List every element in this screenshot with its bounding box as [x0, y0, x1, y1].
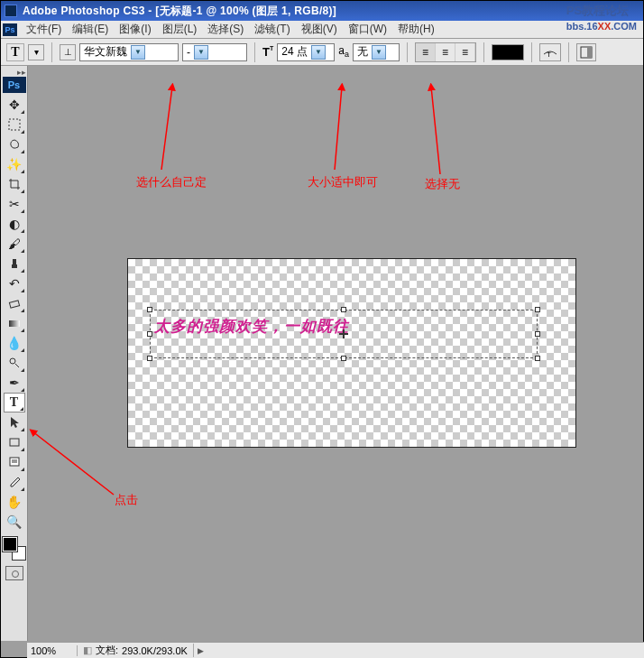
- svg-point-8: [10, 358, 15, 364]
- pen-tool[interactable]: ✒: [4, 373, 25, 393]
- info-dropdown-icon[interactable]: ▶: [194, 646, 207, 655]
- menu-file[interactable]: 文件(F): [21, 20, 67, 39]
- notes-tool[interactable]: [4, 452, 25, 472]
- info-icon: ◧: [83, 644, 92, 656]
- tools-panel: ▸▸ Ps ✥ ✨ ✂ ◐ 🖌 ↶ 💧 ✒ T ✋ 🔍: [1, 66, 28, 641]
- menu-help[interactable]: 帮助(H): [392, 20, 440, 39]
- svg-rect-10: [10, 439, 19, 446]
- workspace: ▸▸ Ps ✥ ✨ ✂ ◐ 🖌 ↶ 💧 ✒ T ✋ 🔍 太多的强颜欢笑: [1, 66, 643, 641]
- svg-rect-2: [587, 47, 592, 58]
- text-bounding-box[interactable]: 太多的强颜欢笑，一如既往: [150, 310, 538, 358]
- resize-handle[interactable]: [341, 307, 346, 312]
- svg-rect-3: [9, 119, 20, 130]
- title-bar: Adobe Photoshop CS3 - [无标题-1 @ 100% (图层 …: [1, 1, 643, 21]
- color-swatches[interactable]: [3, 537, 26, 561]
- document-canvas[interactable]: 太多的强颜欢笑，一如既往: [127, 258, 576, 448]
- resize-handle[interactable]: [535, 356, 540, 361]
- font-size-icon: TT: [262, 45, 273, 59]
- window-title: Adobe Photoshop CS3 - [无标题-1 @ 100% (图层 …: [23, 4, 336, 19]
- wand-tool[interactable]: ✨: [4, 154, 25, 174]
- align-left-button[interactable]: ≡: [416, 43, 436, 61]
- font-family-dropdown[interactable]: 华文新魏 ▼: [79, 43, 179, 61]
- move-tool[interactable]: ✥: [4, 95, 25, 115]
- font-size-value: 24 点: [281, 44, 308, 60]
- align-center-button[interactable]: ≡: [436, 43, 455, 61]
- lasso-tool[interactable]: [4, 134, 25, 154]
- antialias-icon: aa: [338, 44, 349, 59]
- antialias-dropdown[interactable]: 无 ▼: [353, 43, 400, 61]
- marquee-tool[interactable]: [4, 115, 25, 134]
- panel-arrow-icon[interactable]: ▸▸: [17, 68, 26, 77]
- ps-logo-icon: Ps: [3, 23, 17, 36]
- svg-line-17: [32, 431, 114, 495]
- chevron-down-icon: ▼: [131, 45, 145, 60]
- crop-tool[interactable]: [4, 174, 25, 194]
- brush-tool[interactable]: 🖌: [4, 234, 25, 254]
- warp-text-button[interactable]: T: [539, 43, 561, 61]
- healing-tool[interactable]: ◐: [4, 214, 25, 234]
- character-panel-button[interactable]: [576, 43, 596, 61]
- font-style-dropdown[interactable]: - ▼: [182, 43, 247, 61]
- eyedropper-tool[interactable]: [4, 472, 25, 492]
- svg-line-9: [15, 364, 19, 367]
- zoom-tool[interactable]: 🔍: [4, 512, 25, 532]
- path-select-tool[interactable]: [4, 412, 25, 432]
- align-right-button[interactable]: ≡: [455, 43, 475, 61]
- menu-window[interactable]: 窗口(W): [343, 20, 392, 39]
- resize-handle[interactable]: [147, 307, 152, 312]
- chevron-down-icon: ▼: [372, 45, 386, 60]
- font-style-value: -: [187, 46, 190, 59]
- center-point-icon: [340, 330, 347, 338]
- dodge-tool[interactable]: [4, 353, 25, 373]
- menu-edit[interactable]: 编辑(E): [67, 20, 114, 39]
- panel-icon: [580, 46, 593, 59]
- svg-text:T: T: [547, 51, 551, 58]
- status-bar: 100% ◧ 文档:293.0K/293.0K ▶: [27, 642, 644, 658]
- zoom-level[interactable]: 100%: [27, 645, 78, 656]
- orientation-button[interactable]: ⊥: [60, 44, 76, 60]
- hand-tool[interactable]: ✋: [4, 492, 25, 512]
- svg-rect-7: [9, 320, 20, 327]
- menu-select[interactable]: 选择(S): [202, 20, 249, 39]
- quick-mask-button[interactable]: [5, 566, 23, 580]
- options-bar: T ▾ ⊥ 华文新魏 ▼ - ▼ TT 24 点 ▼ aa 无 ▼ ≡ ≡ ≡ …: [1, 39, 643, 66]
- svg-line-14: [161, 87, 172, 170]
- resize-handle[interactable]: [535, 307, 540, 312]
- blur-tool[interactable]: 💧: [4, 333, 25, 353]
- shape-tool[interactable]: [4, 432, 25, 452]
- font-family-value: 华文新魏: [84, 44, 127, 60]
- watermark: PS教程论坛 bbs.16XX.COM: [566, 3, 637, 32]
- menu-image[interactable]: 图像(I): [114, 20, 156, 39]
- resize-handle[interactable]: [147, 356, 152, 361]
- slice-tool[interactable]: ✂: [4, 194, 25, 214]
- font-size-dropdown[interactable]: 24 点 ▼: [277, 43, 335, 61]
- menu-bar: Ps 文件(F) 编辑(E) 图像(I) 图层(L) 选择(S) 滤镜(T) 视…: [1, 21, 643, 39]
- resize-handle[interactable]: [535, 331, 540, 337]
- antialias-value: 无: [357, 44, 368, 60]
- menu-filter[interactable]: 滤镜(T): [249, 20, 295, 39]
- canvas-area[interactable]: 太多的强颜欢笑，一如既往 选什么自己定 大小适中即可 选择无: [28, 66, 643, 641]
- menu-view[interactable]: 视图(V): [296, 20, 343, 39]
- history-brush-tool[interactable]: ↶: [4, 273, 25, 293]
- type-tool[interactable]: T: [4, 393, 25, 412]
- svg-rect-4: [12, 264, 17, 268]
- chevron-down-icon: ▼: [194, 45, 208, 60]
- chevron-down-icon: ▼: [311, 45, 326, 60]
- resize-handle[interactable]: [147, 331, 152, 337]
- ps-header-icon: Ps: [3, 77, 26, 93]
- text-align-group: ≡ ≡ ≡: [415, 42, 476, 62]
- document-info[interactable]: ◧ 文档:293.0K/293.0K: [78, 644, 194, 657]
- canvas-text[interactable]: 太多的强颜欢笑，一如既往: [154, 316, 349, 337]
- foreground-color[interactable]: [3, 537, 17, 551]
- app-icon: [5, 5, 17, 17]
- warp-icon: T: [543, 47, 557, 58]
- active-tool-indicator[interactable]: T: [6, 43, 24, 61]
- gradient-tool[interactable]: [4, 313, 25, 333]
- svg-rect-6: [9, 301, 19, 308]
- text-color-swatch[interactable]: [492, 44, 524, 60]
- eraser-tool[interactable]: [4, 293, 25, 313]
- stamp-tool[interactable]: [4, 254, 25, 273]
- tool-preset-dropdown[interactable]: ▾: [28, 44, 44, 60]
- resize-handle[interactable]: [341, 356, 346, 361]
- menu-layer[interactable]: 图层(L): [157, 20, 203, 39]
